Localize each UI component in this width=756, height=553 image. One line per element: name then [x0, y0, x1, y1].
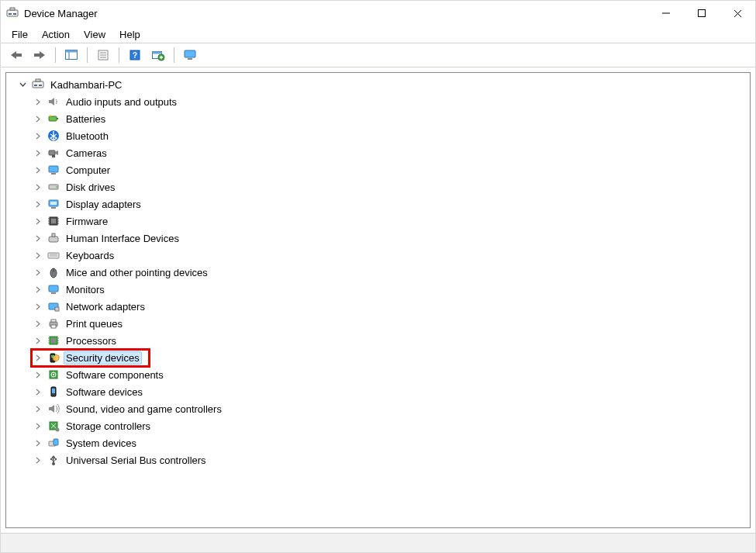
tree-item-processor[interactable]: Processors	[9, 332, 748, 349]
tree-item-label: Software components	[64, 368, 166, 382]
sound-icon	[47, 402, 60, 416]
tree-item-security[interactable]: Security devices	[9, 349, 748, 366]
toolbar-scan-button[interactable]	[147, 45, 169, 65]
chevron-down-icon[interactable]	[17, 79, 28, 90]
usb-icon	[47, 453, 60, 467]
tree-item-computer[interactable]: Computer	[9, 161, 748, 178]
chevron-right-icon[interactable]	[33, 386, 43, 397]
chevron-right-icon[interactable]	[33, 130, 43, 141]
menubar: File Action View Help	[1, 26, 755, 43]
tree-item-mouse[interactable]: Mice and other pointing devices	[9, 264, 748, 281]
chevron-right-icon[interactable]	[33, 369, 43, 380]
tree-item-usb[interactable]: Universal Serial Bus controllers	[9, 451, 748, 468]
software-device-icon	[47, 385, 60, 399]
tree-item-camera[interactable]: Cameras	[9, 144, 748, 161]
chevron-right-icon[interactable]	[33, 454, 43, 465]
svg-rect-25	[34, 85, 37, 86]
app-icon	[5, 6, 19, 20]
tree-item-label: Bluetooth	[64, 130, 111, 143]
toolbar-help-button[interactable]: ?	[124, 45, 146, 65]
toolbar-monitor-button[interactable]	[179, 45, 201, 65]
system-icon	[47, 436, 60, 450]
tree-item-label: Batteries	[64, 112, 108, 126]
tree-item-label: Network adapters	[64, 300, 147, 313]
tree-item-monitor[interactable]: Monitors	[9, 281, 748, 298]
mouse-icon	[47, 265, 60, 279]
network-icon	[47, 299, 60, 313]
svg-rect-27	[36, 79, 40, 81]
tree-item-firmware[interactable]: Firmware	[9, 213, 748, 230]
toolbar-back-button[interactable]	[5, 45, 27, 65]
tree-root-node[interactable]: Kadhambari-PC	[9, 76, 748, 93]
svg-rect-2	[13, 13, 16, 15]
toolbar-separator	[55, 47, 56, 63]
tree-item-hid[interactable]: Human Interface Devices	[9, 230, 748, 247]
svg-rect-8	[16, 54, 22, 57]
svg-rect-26	[39, 85, 42, 86]
chevron-right-icon[interactable]	[33, 420, 43, 431]
tree-item-bluetooth[interactable]: Bluetooth	[9, 127, 748, 144]
tree-item-disk[interactable]: Disk drives	[9, 178, 748, 195]
toolbar-forward-button[interactable]	[29, 45, 50, 65]
device-tree: Kadhambari-PC Audio inputs and outputsBa…	[9, 76, 748, 468]
tree-item-label: Cameras	[64, 147, 109, 160]
chevron-right-icon[interactable]	[33, 301, 43, 312]
tree-item-speaker[interactable]: Audio inputs and outputs	[9, 93, 748, 110]
toolbar-separator	[87, 47, 88, 63]
software-component-icon	[47, 368, 60, 382]
tree-item-display-adapter[interactable]: Display adapters	[9, 195, 748, 213]
svg-rect-20	[153, 52, 162, 54]
chevron-right-icon[interactable]	[33, 233, 43, 244]
tree-item-software-component[interactable]: Software components	[9, 366, 748, 383]
camera-icon	[47, 146, 60, 160]
chevron-right-icon[interactable]	[33, 335, 43, 346]
tree-item-label: Security devices	[64, 351, 142, 365]
chevron-right-icon[interactable]	[33, 403, 43, 414]
chevron-right-icon[interactable]	[33, 113, 43, 124]
tree-item-network[interactable]: Network adapters	[9, 298, 748, 315]
tree-item-keyboard[interactable]: Keyboards	[9, 247, 748, 264]
chevron-right-icon[interactable]	[33, 318, 43, 329]
menu-action[interactable]: Action	[36, 27, 76, 42]
tree-item-battery[interactable]: Batteries	[9, 110, 748, 127]
computer-icon	[31, 78, 45, 92]
chevron-right-icon[interactable]	[33, 352, 43, 363]
tree-item-label: Disk drives	[64, 181, 118, 194]
chevron-right-icon[interactable]	[33, 199, 43, 209]
tree-item-sound[interactable]: Sound, video and game controllers	[9, 400, 748, 417]
tree-item-label: Mice and other pointing devices	[64, 266, 210, 279]
maximize-button[interactable]	[684, 1, 720, 26]
tree-item-system[interactable]: System devices	[9, 434, 748, 451]
tree-item-software-device[interactable]: Software devices	[9, 383, 748, 400]
tree-item-label: Universal Serial Bus controllers	[64, 454, 209, 467]
chevron-right-icon[interactable]	[33, 96, 43, 107]
chevron-right-icon[interactable]	[33, 267, 43, 278]
display-adapter-icon	[47, 197, 60, 211]
tree-item-printer[interactable]: Print queues	[9, 315, 748, 332]
toolbar-show-hide-tree-button[interactable]	[60, 45, 82, 65]
tree-item-label: Print queues	[64, 317, 125, 330]
chevron-right-icon[interactable]	[33, 147, 43, 158]
monitor-icon	[47, 282, 60, 296]
minimize-button[interactable]	[648, 1, 684, 26]
menu-help[interactable]: Help	[113, 27, 147, 42]
chevron-right-icon[interactable]	[33, 216, 43, 226]
chevron-right-icon[interactable]	[33, 250, 43, 261]
chevron-right-icon[interactable]	[33, 284, 43, 295]
toolbar-separator	[119, 47, 119, 63]
tree-item-label: System devices	[64, 437, 139, 450]
svg-text:?: ?	[133, 51, 137, 60]
chevron-right-icon[interactable]	[33, 181, 43, 192]
tree-item-label: Display adapters	[64, 198, 143, 211]
device-tree-panel[interactable]: Kadhambari-PC Audio inputs and outputsBa…	[5, 72, 751, 528]
toolbar-properties-button[interactable]	[92, 45, 114, 65]
tree-item-label: Software devices	[64, 385, 145, 399]
chevron-right-icon[interactable]	[33, 164, 43, 175]
menu-view[interactable]: View	[78, 27, 112, 42]
status-bar	[1, 533, 755, 552]
menu-file[interactable]: File	[5, 27, 34, 42]
tree-item-storage[interactable]: Storage controllers	[9, 417, 748, 434]
keyboard-icon	[47, 248, 60, 262]
chevron-right-icon[interactable]	[33, 437, 43, 448]
close-button[interactable]	[720, 1, 755, 26]
